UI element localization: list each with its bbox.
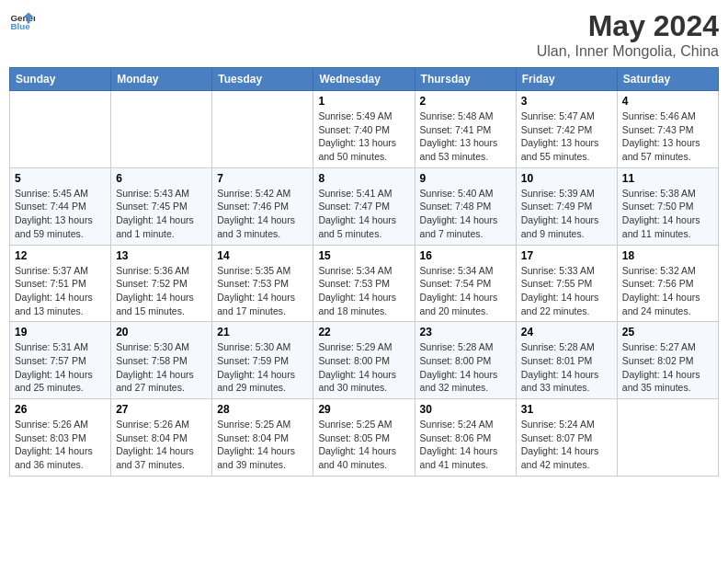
day-info: Sunrise: 5:45 AM Sunset: 7:44 PM Dayligh… <box>15 187 106 241</box>
day-info: Sunrise: 5:34 AM Sunset: 7:53 PM Dayligh… <box>318 264 409 318</box>
day-cell-2: 2Sunrise: 5:48 AM Sunset: 7:41 PM Daylig… <box>415 91 516 168</box>
day-info: Sunrise: 5:34 AM Sunset: 7:54 PM Dayligh… <box>420 264 511 318</box>
day-info: Sunrise: 5:37 AM Sunset: 7:51 PM Dayligh… <box>15 264 106 318</box>
day-info: Sunrise: 5:30 AM Sunset: 7:58 PM Dayligh… <box>116 340 207 395</box>
day-number: 25 <box>622 326 713 339</box>
day-header-sunday: Sunday <box>10 68 111 91</box>
day-info: Sunrise: 5:46 AM Sunset: 7:43 PM Dayligh… <box>622 109 713 164</box>
day-info: Sunrise: 5:25 AM Sunset: 8:04 PM Dayligh… <box>217 418 308 472</box>
day-cell-28: 28Sunrise: 5:25 AM Sunset: 8:04 PM Dayli… <box>212 399 313 477</box>
day-cell-31: 31Sunrise: 5:24 AM Sunset: 8:07 PM Dayli… <box>516 399 617 477</box>
week-row-3: 12Sunrise: 5:37 AM Sunset: 7:51 PM Dayli… <box>10 245 719 322</box>
day-number: 14 <box>217 249 308 262</box>
day-number: 17 <box>521 249 612 262</box>
day-info: Sunrise: 5:29 AM Sunset: 8:00 PM Dayligh… <box>318 340 409 395</box>
day-number: 18 <box>622 249 713 262</box>
day-info: Sunrise: 5:25 AM Sunset: 8:05 PM Dayligh… <box>318 418 409 472</box>
day-cell-18: 18Sunrise: 5:32 AM Sunset: 7:56 PM Dayli… <box>617 245 718 322</box>
calendar-table: SundayMondayTuesdayWednesdayThursdayFrid… <box>9 67 719 477</box>
day-cell-26: 26Sunrise: 5:26 AM Sunset: 8:03 PM Dayli… <box>10 399 111 477</box>
day-info: Sunrise: 5:36 AM Sunset: 7:52 PM Dayligh… <box>116 264 207 318</box>
day-info: Sunrise: 5:42 AM Sunset: 7:46 PM Dayligh… <box>217 187 308 241</box>
day-number: 28 <box>217 403 308 416</box>
month-title: May 2024 <box>537 9 719 43</box>
day-cell-23: 23Sunrise: 5:28 AM Sunset: 8:00 PM Dayli… <box>415 322 516 399</box>
day-header-thursday: Thursday <box>415 68 516 91</box>
day-cell-8: 8Sunrise: 5:41 AM Sunset: 7:47 PM Daylig… <box>313 167 415 245</box>
day-info: Sunrise: 5:24 AM Sunset: 8:07 PM Dayligh… <box>521 418 612 472</box>
day-cell-13: 13Sunrise: 5:36 AM Sunset: 7:52 PM Dayli… <box>111 245 212 322</box>
day-cell-25: 25Sunrise: 5:27 AM Sunset: 8:02 PM Dayli… <box>617 322 718 399</box>
day-number: 1 <box>318 95 409 108</box>
page-header: General Blue May 2024 Ulan, Inner Mongol… <box>9 9 719 60</box>
day-header-monday: Monday <box>111 68 212 91</box>
day-cell-19: 19Sunrise: 5:31 AM Sunset: 7:57 PM Dayli… <box>10 322 111 399</box>
day-cell-3: 3Sunrise: 5:47 AM Sunset: 7:42 PM Daylig… <box>516 91 617 168</box>
day-cell-20: 20Sunrise: 5:30 AM Sunset: 7:58 PM Dayli… <box>111 322 212 399</box>
day-info: Sunrise: 5:47 AM Sunset: 7:42 PM Dayligh… <box>521 109 612 164</box>
day-header-wednesday: Wednesday <box>313 68 415 91</box>
day-cell-22: 22Sunrise: 5:29 AM Sunset: 8:00 PM Dayli… <box>313 322 415 399</box>
week-row-1: 1Sunrise: 5:49 AM Sunset: 7:40 PM Daylig… <box>10 91 719 168</box>
day-cell-12: 12Sunrise: 5:37 AM Sunset: 7:51 PM Dayli… <box>10 245 111 322</box>
day-cell-29: 29Sunrise: 5:25 AM Sunset: 8:05 PM Dayli… <box>313 399 415 477</box>
day-number: 10 <box>521 172 612 185</box>
day-cell-7: 7Sunrise: 5:42 AM Sunset: 7:46 PM Daylig… <box>212 167 313 245</box>
day-info: Sunrise: 5:31 AM Sunset: 7:57 PM Dayligh… <box>15 340 106 395</box>
day-number: 4 <box>622 95 713 108</box>
empty-cell <box>111 91 212 168</box>
day-cell-21: 21Sunrise: 5:30 AM Sunset: 7:59 PM Dayli… <box>212 322 313 399</box>
day-cell-27: 27Sunrise: 5:26 AM Sunset: 8:04 PM Dayli… <box>111 399 212 477</box>
day-number: 19 <box>15 326 106 339</box>
day-number: 30 <box>420 403 511 416</box>
day-number: 16 <box>420 249 511 262</box>
week-row-4: 19Sunrise: 5:31 AM Sunset: 7:57 PM Dayli… <box>10 322 719 399</box>
logo-icon: General Blue <box>9 9 35 35</box>
day-number: 8 <box>318 172 409 185</box>
day-cell-6: 6Sunrise: 5:43 AM Sunset: 7:45 PM Daylig… <box>111 167 212 245</box>
day-info: Sunrise: 5:28 AM Sunset: 8:00 PM Dayligh… <box>420 340 511 395</box>
day-number: 23 <box>420 326 511 339</box>
day-number: 29 <box>318 403 409 416</box>
day-info: Sunrise: 5:48 AM Sunset: 7:41 PM Dayligh… <box>420 109 511 164</box>
day-header-tuesday: Tuesday <box>212 68 313 91</box>
day-number: 22 <box>318 326 409 339</box>
day-cell-24: 24Sunrise: 5:28 AM Sunset: 8:01 PM Dayli… <box>516 322 617 399</box>
empty-cell <box>10 91 111 168</box>
day-number: 5 <box>15 172 106 185</box>
day-cell-14: 14Sunrise: 5:35 AM Sunset: 7:53 PM Dayli… <box>212 245 313 322</box>
week-row-5: 26Sunrise: 5:26 AM Sunset: 8:03 PM Dayli… <box>10 399 719 477</box>
day-number: 27 <box>116 403 207 416</box>
day-number: 7 <box>217 172 308 185</box>
logo: General Blue <box>9 9 35 35</box>
day-cell-16: 16Sunrise: 5:34 AM Sunset: 7:54 PM Dayli… <box>415 245 516 322</box>
day-info: Sunrise: 5:26 AM Sunset: 8:04 PM Dayligh… <box>116 418 207 472</box>
day-number: 13 <box>116 249 207 262</box>
empty-cell <box>617 399 718 477</box>
day-info: Sunrise: 5:40 AM Sunset: 7:48 PM Dayligh… <box>420 187 511 241</box>
location-title: Ulan, Inner Mongolia, China <box>537 43 719 60</box>
day-number: 3 <box>521 95 612 108</box>
day-number: 9 <box>420 172 511 185</box>
day-info: Sunrise: 5:28 AM Sunset: 8:01 PM Dayligh… <box>521 340 612 395</box>
day-number: 11 <box>622 172 713 185</box>
day-cell-30: 30Sunrise: 5:24 AM Sunset: 8:06 PM Dayli… <box>415 399 516 477</box>
day-cell-17: 17Sunrise: 5:33 AM Sunset: 7:55 PM Dayli… <box>516 245 617 322</box>
day-cell-4: 4Sunrise: 5:46 AM Sunset: 7:43 PM Daylig… <box>617 91 718 168</box>
day-info: Sunrise: 5:43 AM Sunset: 7:45 PM Dayligh… <box>116 187 207 241</box>
day-number: 2 <box>420 95 511 108</box>
day-number: 15 <box>318 249 409 262</box>
day-info: Sunrise: 5:26 AM Sunset: 8:03 PM Dayligh… <box>15 418 106 472</box>
calendar-header-row: SundayMondayTuesdayWednesdayThursdayFrid… <box>10 68 719 91</box>
day-info: Sunrise: 5:33 AM Sunset: 7:55 PM Dayligh… <box>521 264 612 318</box>
title-area: May 2024 Ulan, Inner Mongolia, China <box>537 9 719 60</box>
day-cell-9: 9Sunrise: 5:40 AM Sunset: 7:48 PM Daylig… <box>415 167 516 245</box>
day-cell-5: 5Sunrise: 5:45 AM Sunset: 7:44 PM Daylig… <box>10 167 111 245</box>
day-number: 31 <box>521 403 612 416</box>
day-info: Sunrise: 5:38 AM Sunset: 7:50 PM Dayligh… <box>622 187 713 241</box>
day-info: Sunrise: 5:35 AM Sunset: 7:53 PM Dayligh… <box>217 264 308 318</box>
day-number: 12 <box>15 249 106 262</box>
day-info: Sunrise: 5:39 AM Sunset: 7:49 PM Dayligh… <box>521 187 612 241</box>
day-info: Sunrise: 5:27 AM Sunset: 8:02 PM Dayligh… <box>622 340 713 395</box>
empty-cell <box>212 91 313 168</box>
